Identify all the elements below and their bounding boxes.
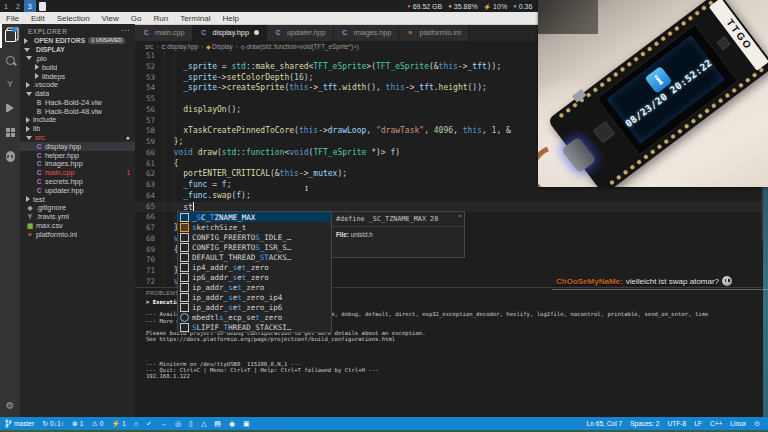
menu-file[interactable]: File (0, 14, 25, 23)
tree-folder-src[interactable]: src● (20, 133, 135, 142)
files-tray-icon[interactable] (39, 2, 46, 11)
status-sync-changes[interactable]: ↻0↓1↑ (42, 420, 64, 427)
menu-edit[interactable]: Edit (25, 14, 51, 23)
suggestion-ip_addr_set_zero_ip6[interactable]: ip_addr_set_zero_ip6 (178, 302, 331, 312)
status-pio-tasks[interactable]: ▤ (214, 420, 221, 427)
status-errors[interactable]: ⊗1 (72, 420, 84, 427)
menu-go[interactable]: Go (125, 14, 148, 23)
status-pio-terminal[interactable]: ▣ (243, 420, 250, 427)
suggestion-_SC_TZNAME_MAX[interactable]: _SC_TZNAME_MAX (178, 212, 331, 222)
tree-folder-lib[interactable]: lib (20, 124, 135, 133)
doc-file: File: unistd.h (332, 226, 464, 238)
workspace-1[interactable]: 1 (0, 0, 12, 12)
doc-close-icon[interactable]: × (458, 213, 462, 219)
menu-selection[interactable]: Selection (51, 14, 96, 23)
status-platform[interactable]: Linux (730, 420, 746, 427)
extensions-icon[interactable] (0, 120, 20, 144)
status-encoding[interactable]: UTF-8 (668, 420, 687, 427)
suggestion-ip6_addr_set_zero[interactable]: ip6_addr_set_zero (178, 272, 331, 282)
tree-folder-include[interactable]: include (20, 116, 135, 125)
open-editors-section[interactable]: OPEN EDITORS 1 UNSAVED (20, 36, 135, 45)
status-indentation[interactable]: Spaces: 2 (630, 420, 659, 427)
suggestion-ip4_addr_set_zero[interactable]: ip4_addr_set_zero (178, 262, 331, 272)
tree-file-updater.hpp[interactable]: Cupdater.hpp (20, 186, 135, 195)
suggestion-ip_addr_set_zero_ip4[interactable]: ip_addr_set_zero_ip4 (178, 292, 331, 302)
tree-folder-libdeps[interactable]: libdeps (20, 72, 135, 81)
suggestion-mbedtls_ecp_set_zero[interactable]: mbedtls_ecp_set_zero (178, 312, 331, 322)
chevron-down-icon (24, 48, 30, 52)
status-ports[interactable]: ⚡1 (111, 420, 125, 427)
tab-display.hpp[interactable]: Cdisplay.hpp (193, 24, 267, 41)
run-debug-icon[interactable] (0, 96, 20, 120)
tree-folder-test[interactable]: test (20, 195, 135, 204)
menu-help[interactable]: Help (216, 14, 244, 23)
menu-terminal[interactable]: Terminal (174, 14, 216, 23)
breadcrumb-separator-icon: › (156, 43, 158, 49)
status-warnings[interactable]: ⚠0 (92, 420, 104, 427)
tree-folder-data[interactable]: data (20, 89, 135, 98)
suggestion-ip_addr_set_zero[interactable]: ip_addr_set_zero (178, 282, 331, 292)
tree-file-images.hpp[interactable]: Cimages.hpp (20, 160, 135, 169)
tab-platformio.ini[interactable]: ≡platformio.ini (399, 24, 468, 41)
suggestion-CONFIG_FREERTOS_IDLE_…[interactable]: CONFIG_FREERTOS_IDLE_… (178, 232, 331, 242)
status-notifications[interactable]: ⊙ (754, 420, 760, 427)
pio-upload-icon: → (160, 420, 167, 427)
git-branch-value: master (14, 420, 34, 427)
status-pio-build[interactable]: ✓ (146, 420, 152, 427)
status-pio-home[interactable]: ⌂ (134, 420, 138, 427)
webcam-photo-overlay: i 08/23/20 20:52:22 TTGO (538, 0, 768, 187)
tree-file-secrets.hpp[interactable]: Csecrets.hpp (20, 177, 135, 186)
tree-folder-.pio[interactable]: .pio (20, 54, 135, 63)
tree-file-helper.hpp[interactable]: Chelper.hpp (20, 151, 135, 160)
settings-gear-icon[interactable]: ⚙ (0, 400, 20, 411)
breadcrumb-item[interactable]: src (145, 43, 153, 50)
suggestion-SLIPIF_THREAD_STACKSI…[interactable]: SLIPIF_THREAD_STACKSI… (178, 322, 331, 332)
breadcrumb-item[interactable]: ◆ Display (206, 43, 232, 50)
explorer-icon[interactable] (0, 24, 20, 48)
tree-file-display.hpp[interactable]: Cdisplay.hpp (20, 142, 135, 151)
status-pio-clean[interactable]: ▯ (189, 420, 193, 427)
pio-home-icon: ⌂ (134, 420, 138, 427)
tree-folder-.vscode[interactable]: .vscode (20, 80, 135, 89)
tree-item-label: Hack-Bold-48.vlw (45, 107, 102, 116)
code-line-64[interactable]: 64 _func.swap(f); (135, 191, 768, 202)
workspace-root-folder[interactable]: DISPLAY (20, 45, 135, 54)
status-pio-upload[interactable]: → (160, 420, 167, 427)
tree-file-.travis.yml[interactable]: Y.travis.yml (20, 212, 135, 221)
workspace-2[interactable]: 2 (12, 0, 24, 12)
platform-value: Linux (730, 420, 746, 427)
status-pio-devices[interactable]: ◎ (175, 420, 181, 427)
tree-file-Hack-Bold-24.vlw[interactable]: BHack-Bold-24.vlw (20, 98, 135, 107)
tree-file-Hack-Bold-48.vlw[interactable]: BHack-Bold-48.vlw (20, 107, 135, 116)
status-git-branch[interactable]: master (5, 419, 34, 429)
suggestion-sketchSize_t[interactable]: sketchSize_t (178, 222, 331, 232)
menu-run[interactable]: Run (147, 14, 174, 23)
breadcrumb-item[interactable]: C display.hpp (161, 43, 198, 50)
tree-folder-build[interactable]: build (20, 63, 135, 72)
suggestion-DEFAULT_THREAD_STACKS…[interactable]: DEFAULT_THREAD_STACKS… (178, 252, 331, 262)
tab-updater.hpp[interactable]: Cupdater.hpp (267, 24, 334, 41)
tree-item-label: .travis.yml (36, 212, 69, 221)
breadcrumb-item[interactable]: ◇ draw(std::function<void(TFT_eSprite*)>… (241, 43, 359, 50)
workspace-3[interactable]: 3 (24, 0, 36, 12)
tree-file-max.csv[interactable]: ▦max.csv (20, 221, 135, 230)
line-content: _sprite->createSprite(this->_tft.width()… (155, 83, 487, 94)
source-control-icon[interactable]: Y (0, 72, 20, 96)
status-language-mode[interactable]: C++ (710, 420, 722, 427)
platformio-icon[interactable] (0, 144, 20, 168)
search-icon[interactable] (0, 48, 20, 72)
tab-main.cpp[interactable]: Cmain.cpp (135, 24, 193, 41)
status-cursor-position[interactable]: Ln 65, Col 7 (587, 420, 623, 427)
status-eol[interactable]: LF (694, 420, 702, 427)
explorer-more-actions-icon[interactable]: ⋯ (121, 29, 129, 33)
tree-file-.gitignore[interactable]: ◆.gitignore (20, 204, 135, 213)
status-pio-test[interactable]: △ (201, 420, 206, 427)
modified-dot-icon[interactable] (254, 30, 259, 35)
tab-images.hpp[interactable]: Cimages.hpp (334, 24, 400, 41)
suggestion-CONFIG_FREERTOS_ISR_S…[interactable]: CONFIG_FREERTOS_ISR_S… (178, 242, 331, 252)
status-pio-monitor[interactable]: ◉ (229, 420, 235, 427)
menu-view[interactable]: View (96, 14, 125, 23)
tree-file-main.cpp[interactable]: Cmain.cpp1 (20, 168, 135, 177)
tab-label: images.hpp (354, 28, 392, 37)
tree-file-platformio.ini[interactable]: ≡platformio.ini (20, 230, 135, 239)
